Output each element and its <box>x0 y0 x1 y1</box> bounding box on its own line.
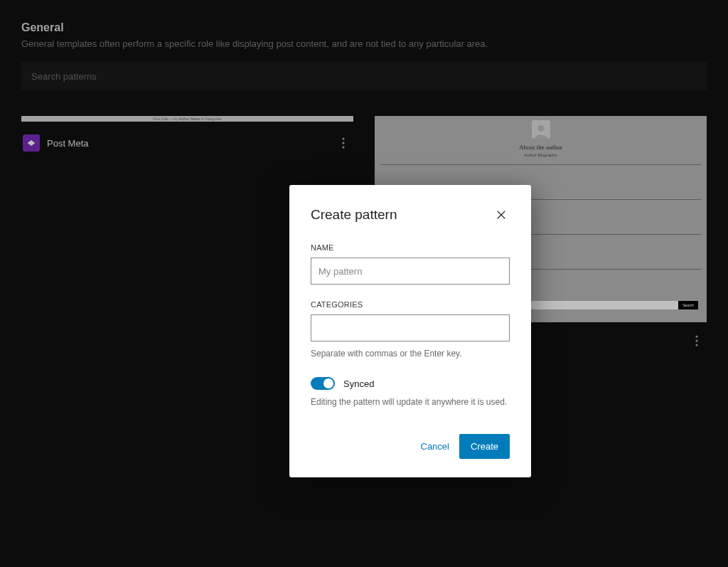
pattern-preview[interactable]: Post Date — by Author Name in Categories <box>21 116 353 122</box>
categories-help-text: Separate with commas or the Enter key. <box>311 349 510 359</box>
create-pattern-modal: Create pattern NAME CATEGORIES Separate … <box>289 185 531 477</box>
preview-meta-suffix: in Categories <box>200 117 221 121</box>
svg-point-2 <box>342 146 344 148</box>
pattern-name-label: Post Meta <box>47 138 89 149</box>
modal-actions: Cancel Create <box>311 434 510 459</box>
svg-point-0 <box>342 137 344 139</box>
pattern-icon <box>23 134 40 152</box>
synced-toggle-label: Synced <box>343 378 374 389</box>
more-actions-button[interactable] <box>688 332 705 349</box>
close-icon <box>495 208 508 221</box>
synced-toggle-row: Synced <box>311 377 510 390</box>
modal-title: Create pattern <box>311 207 397 223</box>
pattern-card-footer: Post Meta <box>21 122 353 152</box>
create-button[interactable]: Create <box>459 434 510 459</box>
search-strip-button: Search <box>678 301 698 309</box>
svg-point-5 <box>695 339 697 341</box>
synced-help-text: Editing the pattern will update it anywh… <box>311 397 510 407</box>
close-button[interactable] <box>493 206 510 223</box>
more-actions-button[interactable] <box>335 134 352 152</box>
svg-point-4 <box>695 335 697 337</box>
page-subtitle: General templates often perform a specif… <box>21 38 707 49</box>
categories-input[interactable] <box>311 314 510 341</box>
page-title: General <box>21 21 707 34</box>
name-label: NAME <box>311 243 510 252</box>
about-author-biography: Author Biography <box>375 153 707 157</box>
avatar <box>532 120 550 139</box>
about-author-title: About the author <box>375 144 707 151</box>
name-input[interactable] <box>311 258 510 285</box>
author-box-preview: About the author Author Biography <box>375 116 707 157</box>
divider <box>380 164 701 165</box>
svg-point-1 <box>342 142 344 144</box>
preview-meta-prefix: Post Date — by <box>153 117 178 121</box>
name-field-group: NAME <box>311 243 510 285</box>
cancel-button[interactable]: Cancel <box>421 441 449 452</box>
search-input[interactable] <box>21 62 707 90</box>
categories-label: CATEGORIES <box>311 300 510 309</box>
preview-meta-author: Author Name <box>179 117 200 121</box>
more-vertical-icon <box>342 137 345 149</box>
synced-toggle[interactable] <box>311 377 335 390</box>
svg-point-3 <box>537 125 544 132</box>
svg-point-6 <box>695 344 697 346</box>
categories-field-group: CATEGORIES Separate with commas or the E… <box>311 300 510 359</box>
more-vertical-icon <box>695 335 698 346</box>
